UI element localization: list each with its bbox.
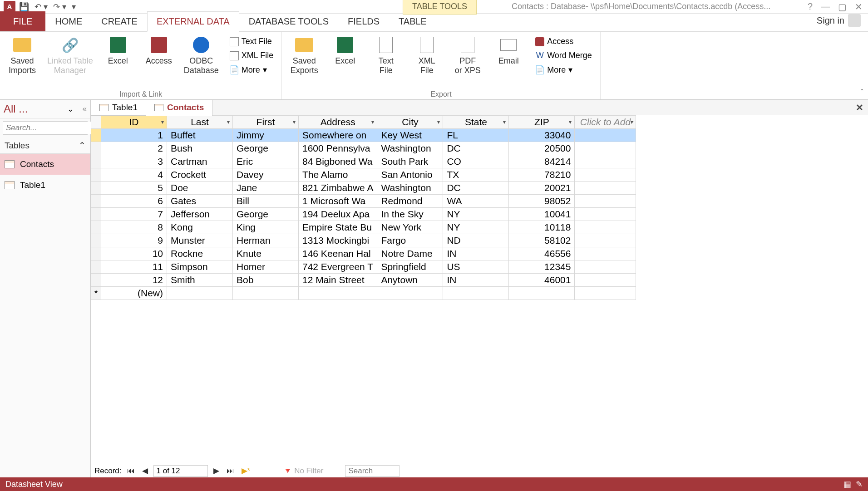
cell[interactable] xyxy=(233,287,299,300)
export-xml-file-button[interactable]: XML File xyxy=(408,34,445,78)
cell[interactable]: 84214 xyxy=(509,155,575,168)
cell[interactable]: 10 xyxy=(101,247,167,260)
cell[interactable] xyxy=(91,260,101,274)
cell[interactable]: Knute xyxy=(233,247,299,260)
cell[interactable] xyxy=(509,287,575,300)
cell[interactable]: 98052 xyxy=(509,195,575,208)
cell[interactable]: Buffet xyxy=(167,129,233,142)
cell[interactable]: George xyxy=(233,208,299,221)
cell[interactable]: Crockett xyxy=(167,168,233,182)
table-row[interactable]: 12SmithBob12 Main StreetAnytownIN46001 xyxy=(91,274,636,287)
export-more-button[interactable]: 📄 More ▾ xyxy=(533,64,595,76)
cell[interactable] xyxy=(575,142,636,155)
table-row[interactable]: 2BushGeorge1600 PennsylvaWashingtonDC205… xyxy=(91,142,636,155)
cell[interactable]: ND xyxy=(443,234,509,247)
column-header-address[interactable]: Address▾ xyxy=(299,116,377,129)
cell[interactable]: IN xyxy=(443,274,509,287)
cell[interactable]: 12 xyxy=(101,274,167,287)
import-xml-file-button[interactable]: XML File xyxy=(227,49,276,62)
cell[interactable] xyxy=(91,208,101,221)
new-record-icon[interactable]: ▶* xyxy=(240,466,252,476)
cell[interactable]: 194 Deelux Apa xyxy=(299,208,377,221)
table-row[interactable]: 1BuffetJimmySomewhere onKey WestFL33040 xyxy=(91,129,636,142)
cell[interactable]: Fargo xyxy=(377,234,443,247)
cell[interactable] xyxy=(91,221,101,234)
cell[interactable]: 146 Keenan Hal xyxy=(299,247,377,260)
sign-in[interactable]: Sign in xyxy=(809,10,868,31)
cell[interactable] xyxy=(575,234,636,247)
cell[interactable]: 6 xyxy=(101,195,167,208)
tab-create[interactable]: CREATE xyxy=(92,11,147,31)
no-filter[interactable]: 🔻 No Filter xyxy=(283,466,323,476)
cell[interactable]: 33040 xyxy=(509,129,575,142)
cell[interactable]: 46556 xyxy=(509,247,575,260)
cell[interactable]: 20021 xyxy=(509,182,575,195)
nav-group-tables[interactable]: Tables ⌃ xyxy=(0,137,90,154)
cell[interactable]: 10118 xyxy=(509,221,575,234)
chevron-down-icon[interactable]: ▾ xyxy=(630,119,633,125)
cell[interactable] xyxy=(443,287,509,300)
cell[interactable]: 742 Evergreen T xyxy=(299,260,377,274)
cell[interactable]: 1 xyxy=(101,129,167,142)
export-access-button[interactable]: Access xyxy=(533,35,595,48)
cell[interactable]: 12345 xyxy=(509,260,575,274)
import-text-file-button[interactable]: Text File xyxy=(227,35,276,48)
cell[interactable]: 10041 xyxy=(509,208,575,221)
cell[interactable] xyxy=(377,287,443,300)
cell[interactable]: TX xyxy=(443,168,509,182)
cell[interactable]: 58102 xyxy=(509,234,575,247)
cell[interactable] xyxy=(575,221,636,234)
cell[interactable] xyxy=(91,168,101,182)
datasheet-view-icon[interactable]: ▦ xyxy=(843,479,851,489)
cell[interactable]: George xyxy=(233,142,299,155)
design-view-icon[interactable]: ✎ xyxy=(856,479,863,489)
cell[interactable]: Smith xyxy=(167,274,233,287)
next-record-icon[interactable]: ▶ xyxy=(212,466,221,476)
record-search-input[interactable] xyxy=(345,465,399,477)
tab-external-data[interactable]: EXTERNAL DATA xyxy=(147,11,239,32)
cell[interactable]: 2 xyxy=(101,142,167,155)
nav-dropdown-icon[interactable]: ⌄ xyxy=(67,104,74,114)
cell[interactable] xyxy=(91,129,101,142)
table-row[interactable]: 6GatesBill1 Microsoft WaRedmondWA98052 xyxy=(91,195,636,208)
nav-item-contacts[interactable]: Contacts xyxy=(0,154,90,175)
select-all-cell[interactable] xyxy=(91,116,101,129)
cell[interactable]: Washington xyxy=(377,182,443,195)
cell[interactable] xyxy=(575,274,636,287)
table-row[interactable]: 10RockneKnute146 Keenan HalNotre DameIN4… xyxy=(91,247,636,260)
cell[interactable]: Bush xyxy=(167,142,233,155)
column-header-state[interactable]: State▾ xyxy=(443,116,509,129)
linked-table-manager-button[interactable]: 🔗 Linked Table Manager xyxy=(44,34,96,78)
cell[interactable] xyxy=(167,287,233,300)
import-more-button[interactable]: 📄 More ▾ xyxy=(227,64,276,76)
table-row[interactable]: 8KongKingEmpire State BuNew YorkNY10118 xyxy=(91,221,636,234)
column-header-zip[interactable]: ZIP▾ xyxy=(509,116,575,129)
save-icon[interactable]: 💾 xyxy=(19,2,29,12)
cell[interactable]: Davey xyxy=(233,168,299,182)
cell[interactable]: Doe xyxy=(167,182,233,195)
cell[interactable]: 4 xyxy=(101,168,167,182)
cell[interactable]: NY xyxy=(443,221,509,234)
cell[interactable]: 8 xyxy=(101,221,167,234)
cell[interactable] xyxy=(575,260,636,274)
cell[interactable]: 3 xyxy=(101,155,167,168)
doc-tab-contacts[interactable]: Contacts xyxy=(146,99,212,116)
doc-tab-close-icon[interactable]: ✕ xyxy=(856,102,863,113)
cell[interactable]: Homer xyxy=(233,260,299,274)
cell[interactable] xyxy=(91,274,101,287)
cell[interactable]: Gates xyxy=(167,195,233,208)
cell[interactable] xyxy=(91,155,101,168)
export-excel-button[interactable]: Excel xyxy=(326,34,364,78)
cell[interactable]: 78210 xyxy=(509,168,575,182)
table-row[interactable]: 4CrockettDaveyThe AlamoSan AntonioTX7821… xyxy=(91,168,636,182)
odbc-database-button[interactable]: ODBC Database xyxy=(181,34,222,78)
cell[interactable] xyxy=(91,234,101,247)
chevron-down-icon[interactable]: ▾ xyxy=(227,119,230,125)
cell[interactable]: Redmond xyxy=(377,195,443,208)
table-row[interactable]: 11SimpsonHomer742 Evergreen TSpringfield… xyxy=(91,260,636,274)
cell[interactable]: NY xyxy=(443,208,509,221)
cell[interactable]: DC xyxy=(443,182,509,195)
cell[interactable]: Herman xyxy=(233,234,299,247)
cell[interactable]: 9 xyxy=(101,234,167,247)
tab-fields[interactable]: FIELDS xyxy=(338,11,389,31)
